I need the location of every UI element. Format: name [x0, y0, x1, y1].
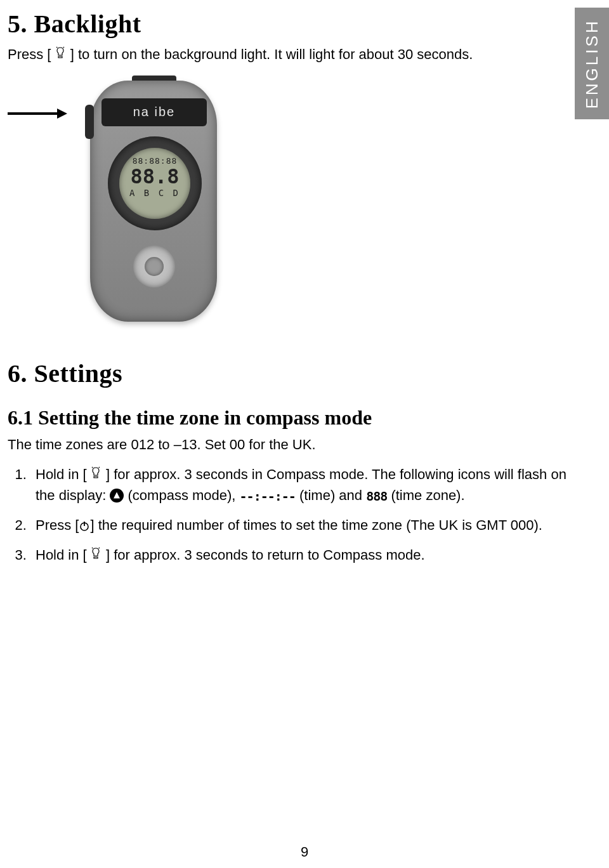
device-side-button — [85, 105, 94, 139]
pointer-arrow-icon — [8, 107, 67, 120]
light-icon — [91, 547, 102, 561]
power-icon — [79, 520, 90, 532]
device-screen-bezel: 88:88:88 88.8 A B C D — [108, 136, 202, 230]
device-dpad — [133, 246, 175, 287]
step-1: Hold in [ ] for approx. 3 seconds in Com… — [30, 464, 585, 506]
step-3: Hold in [ ] for approx. 3 seconds to ret… — [30, 544, 585, 565]
manual-page: ENGLISH 5. Backlight Press [ ] to turn o… — [0, 0, 609, 868]
svg-marker-1 — [57, 109, 67, 119]
light-icon — [91, 466, 102, 480]
device-lcd: 88:88:88 88.8 A B C D — [119, 148, 190, 219]
light-icon — [55, 46, 67, 60]
language-tab: ENGLISH — [575, 8, 609, 119]
compass-mode-icon — [110, 489, 124, 503]
timezone-segment-icon: 888 — [366, 487, 387, 506]
device-figure: na ibe 88:88:88 88.8 A B C D — [8, 76, 585, 336]
lcd-main-row: 88.8 — [119, 166, 190, 187]
time-placeholder-icon: --:--:-- — [240, 487, 296, 506]
section-5-lead: Press [ ] to turn on the background ligh… — [8, 45, 585, 64]
section-6-heading: 6. Settings — [8, 358, 585, 388]
language-label: ENGLISH — [582, 18, 602, 109]
lcd-mode-row: A B C D — [119, 188, 190, 198]
step-2: Press [] the required number of times to… — [30, 515, 585, 536]
page-number: 9 — [0, 844, 609, 860]
section-5-heading: 5. Backlight — [8, 9, 585, 39]
device-brand-bar: na ibe — [102, 98, 207, 126]
section-6-1-heading: 6.1 Setting the time zone in compass mod… — [8, 406, 585, 430]
section-6-1-intro: The time zones are 012 to –13. Set 00 fo… — [8, 435, 585, 455]
device-illustration: na ibe 88:88:88 88.8 A B C D — [71, 76, 230, 336]
steps-list: Hold in [ ] for approx. 3 seconds in Com… — [8, 464, 585, 565]
device-brand-text: na ibe — [133, 105, 176, 119]
